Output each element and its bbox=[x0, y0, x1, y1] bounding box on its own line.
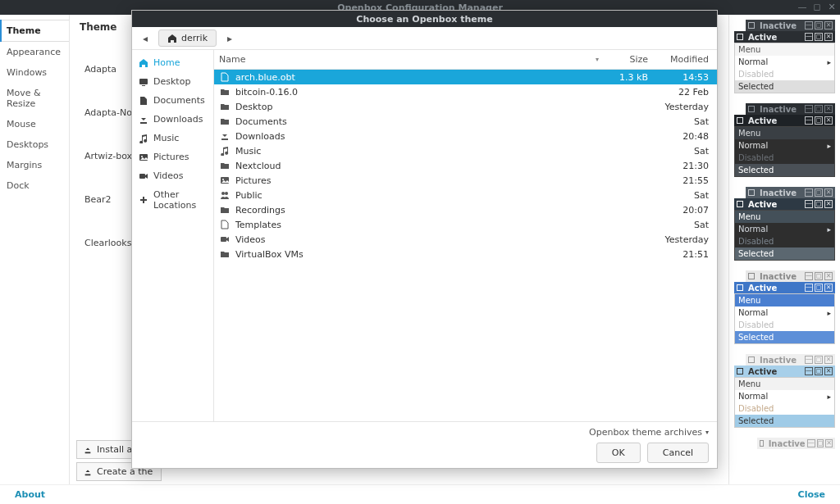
col-modified[interactable]: Modified bbox=[653, 50, 717, 69]
file-filter-dropdown[interactable]: Openbox theme archives▾ bbox=[589, 427, 709, 438]
nav-forward-icon[interactable]: ▸ bbox=[223, 32, 236, 45]
file-row[interactable]: Pictures21:55 bbox=[214, 173, 717, 188]
preview-menu-body: Menu Normal Disabled Selected bbox=[734, 293, 835, 344]
preview-menu-body: Menu Normal Disabled Selected bbox=[734, 43, 835, 93]
theme-preview: Inactive —◻✕ Active —◻✕ Menu Normal Disa… bbox=[734, 354, 835, 428]
place-downloads[interactable]: Downloads bbox=[132, 110, 213, 129]
dialog-title: Choose an Openbox theme bbox=[132, 11, 717, 27]
about-link[interactable]: About bbox=[15, 489, 45, 500]
cancel-button[interactable]: Cancel bbox=[647, 443, 709, 463]
downloads-icon bbox=[139, 115, 148, 125]
plus-icon bbox=[139, 195, 148, 205]
theme-preview: Inactive —◻✕ Active —◻✕ Menu Normal Disa… bbox=[734, 20, 835, 93]
preview-inactive-bar: Inactive—◻✕ bbox=[757, 438, 835, 449]
folder-icon bbox=[219, 160, 231, 171]
category-move-resize[interactable]: Move & Resize bbox=[0, 83, 69, 114]
music-icon bbox=[139, 134, 148, 143]
breadcrumb[interactable]: derrik bbox=[158, 30, 217, 47]
folder-icon bbox=[219, 204, 231, 216]
theme-preview: Inactive —◻✕ Active —◻✕ Menu Normal Disa… bbox=[734, 103, 835, 177]
dialog-pathbar: ◂ derrik ▸ bbox=[132, 27, 717, 50]
desktop-icon bbox=[139, 77, 148, 87]
videos-icon bbox=[219, 234, 231, 245]
preview-inactive-bar: Inactive —◻✕ bbox=[746, 354, 835, 366]
file-row[interactable]: DesktopYesterday bbox=[214, 99, 717, 114]
category-desktops[interactable]: Desktops bbox=[0, 134, 69, 155]
file-icon bbox=[219, 219, 231, 230]
theme-preview: Inactive —◻✕ Active —◻✕ Menu Normal Disa… bbox=[734, 187, 835, 261]
home-icon bbox=[139, 58, 148, 68]
preview-active-bar: Active —◻✕ bbox=[734, 198, 835, 210]
file-row[interactable]: bitcoin-0.16.022 Feb bbox=[214, 84, 717, 99]
place-videos[interactable]: Videos bbox=[132, 166, 213, 185]
preview-inactive-bar: Inactive —◻✕ bbox=[746, 20, 835, 31]
place-music[interactable]: Music bbox=[132, 129, 213, 148]
preview-inactive-bar: Inactive —◻✕ bbox=[746, 103, 835, 115]
file-row[interactable]: arch.blue.obt1.3 kB14:53 bbox=[214, 70, 717, 84]
file-row[interactable]: VirtualBox VMs21:51 bbox=[214, 247, 717, 261]
footer: About Close bbox=[0, 484, 840, 504]
file-row[interactable]: VideosYesterday bbox=[214, 232, 717, 247]
file-row[interactable]: PublicSat bbox=[214, 188, 717, 202]
category-dock[interactable]: Dock bbox=[0, 175, 69, 196]
category-appearance[interactable]: Appearance bbox=[0, 42, 69, 62]
music-icon bbox=[219, 145, 231, 157]
nav-back-icon[interactable]: ◂ bbox=[139, 32, 152, 45]
preview-inactive-bar: Inactive —◻✕ bbox=[746, 270, 835, 282]
place-other-locations[interactable]: Other Locations bbox=[132, 185, 213, 215]
file-row[interactable]: Recordings20:07 bbox=[214, 202, 717, 217]
file-icon bbox=[219, 71, 231, 83]
preview-menu-body: Menu Normal Disabled Selected bbox=[734, 377, 835, 428]
public-icon bbox=[219, 189, 231, 201]
documents-icon bbox=[139, 96, 148, 106]
ok-button[interactable]: OK bbox=[596, 443, 641, 463]
category-margins[interactable]: Margins bbox=[0, 155, 69, 175]
videos-icon bbox=[139, 171, 148, 181]
file-pane: Name▾ Size Modified arch.blue.obt1.3 kB1… bbox=[214, 50, 717, 421]
minimize-icon[interactable]: — bbox=[797, 2, 807, 12]
pictures-icon bbox=[219, 175, 231, 186]
category-windows[interactable]: Windows bbox=[0, 62, 69, 83]
file-chooser-dialog: Choose an Openbox theme ◂ derrik ▸ HomeD… bbox=[131, 10, 718, 469]
downloads-icon bbox=[219, 130, 231, 142]
close-link[interactable]: Close bbox=[798, 489, 825, 500]
file-row[interactable]: Nextcloud21:30 bbox=[214, 158, 717, 173]
places-sidebar: HomeDesktopDocumentsDownloadsMusicPictur… bbox=[132, 50, 214, 421]
category-sidebar: ThemeAppearanceWindowsMove & ResizeMouse… bbox=[0, 15, 70, 484]
preview-inactive-bar: Inactive —◻✕ bbox=[746, 187, 835, 198]
category-theme[interactable]: Theme bbox=[0, 20, 69, 42]
place-home[interactable]: Home bbox=[132, 53, 213, 72]
preview-menu-body: Menu Normal Disabled Selected bbox=[734, 126, 835, 177]
folder-icon bbox=[219, 101, 231, 112]
file-row[interactable]: Downloads20:48 bbox=[214, 129, 717, 143]
place-pictures[interactable]: Pictures bbox=[132, 148, 213, 166]
preview-menu-body: Menu Normal Disabled Selected bbox=[734, 210, 835, 261]
file-row[interactable]: MusicSat bbox=[214, 143, 717, 158]
folder-icon bbox=[219, 116, 231, 127]
maximize-icon[interactable]: ◻ bbox=[812, 2, 822, 12]
preview-active-bar: Active —◻✕ bbox=[734, 31, 835, 43]
category-mouse[interactable]: Mouse bbox=[0, 114, 69, 134]
theme-preview: Inactive —◻✕ Active —◻✕ Menu Normal Disa… bbox=[734, 270, 835, 344]
col-size[interactable]: Size bbox=[604, 50, 653, 69]
place-desktop[interactable]: Desktop bbox=[132, 72, 213, 91]
folder-icon bbox=[219, 248, 231, 260]
place-documents[interactable]: Documents bbox=[132, 91, 213, 110]
close-icon[interactable]: ✕ bbox=[827, 2, 837, 12]
preview-active-bar: Active —◻✕ bbox=[734, 282, 835, 293]
home-icon bbox=[167, 34, 177, 43]
file-columns-header: Name▾ Size Modified bbox=[214, 50, 717, 70]
pictures-icon bbox=[139, 152, 148, 162]
col-name[interactable]: Name▾ bbox=[214, 50, 604, 69]
file-row[interactable]: DocumentsSat bbox=[214, 114, 717, 129]
file-row[interactable]: TemplatesSat bbox=[214, 217, 717, 232]
file-list: arch.blue.obt1.3 kB14:53bitcoin-0.16.022… bbox=[214, 70, 717, 421]
preview-active-bar: Active —◻✕ bbox=[734, 366, 835, 377]
theme-preview-column: Inactive —◻✕ Active —◻✕ Menu Normal Disa… bbox=[729, 15, 840, 484]
folder-icon bbox=[219, 86, 231, 98]
preview-active-bar: Active —◻✕ bbox=[734, 115, 835, 126]
